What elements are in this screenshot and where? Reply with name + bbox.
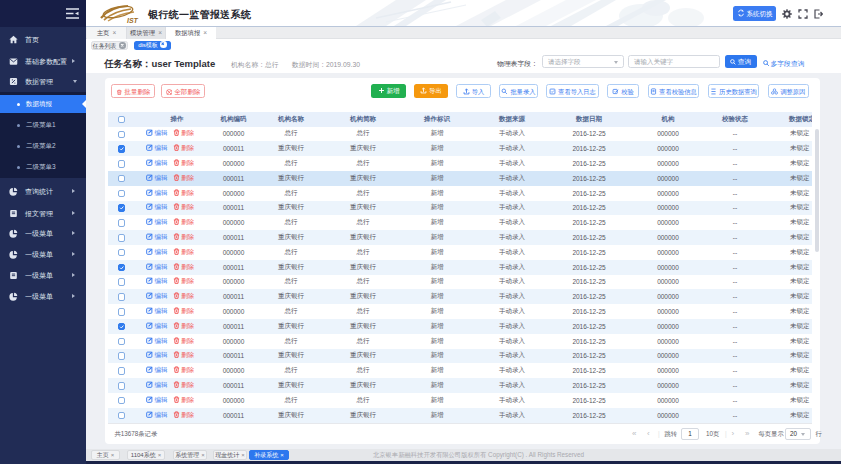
svg-text:IST: IST — [127, 17, 139, 24]
